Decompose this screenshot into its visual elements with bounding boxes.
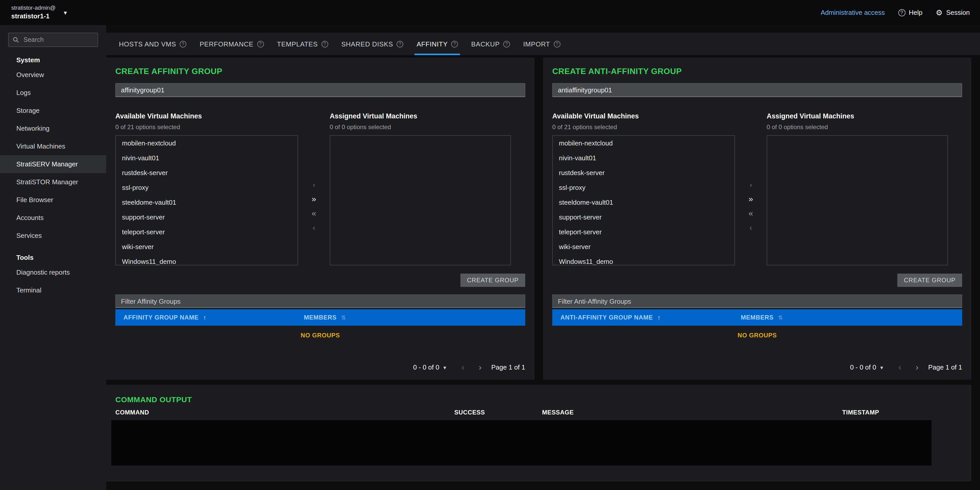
sidebar: System OverviewLogsStorageNetworkingVirt… — [0, 25, 106, 490]
tab-templates[interactable]: TEMPLATES — [270, 33, 334, 55]
info-icon[interactable] — [321, 41, 328, 47]
column-header-members[interactable]: MEMBERS — [741, 314, 783, 321]
tab-import[interactable]: IMPORT — [517, 33, 567, 55]
column-header-group-name[interactable]: AFFINITY GROUP NAME — [115, 314, 304, 321]
move-selected-left-button[interactable] — [313, 223, 315, 231]
tab-shared-disks[interactable]: SHARED DISKS — [334, 33, 410, 55]
angle-left-icon — [313, 224, 315, 231]
next-page-icon — [916, 364, 918, 372]
prev-page-button[interactable] — [898, 363, 901, 372]
sidebar-item[interactable]: Logs — [0, 84, 106, 102]
anti-affinity-group-name-input[interactable] — [552, 83, 962, 97]
move-all-left-button[interactable] — [312, 209, 316, 217]
sidebar-item[interactable]: Networking — [0, 119, 106, 137]
vm-option[interactable]: wiki-server — [116, 239, 298, 254]
tab-performance[interactable]: PERFORMANCE — [193, 33, 270, 55]
vm-option[interactable]: teleport-server — [553, 224, 735, 239]
help-menu[interactable]: Help — [898, 9, 923, 16]
info-icon[interactable] — [451, 41, 458, 47]
sidebar-item[interactable]: Diagnostic reports — [0, 263, 106, 281]
next-page-button[interactable] — [916, 363, 918, 372]
user-identity: stratistor-admin@ stratistor1-1 — [11, 4, 56, 21]
vm-option[interactable]: steeldome-vault01 — [116, 195, 298, 210]
vm-option[interactable]: steeldome-vault01 — [553, 195, 735, 210]
available-vms-count: 0 of 21 options selected — [552, 124, 735, 130]
sidebar-item[interactable]: Virtual Machines — [0, 137, 106, 155]
create-anti-affinity-group-button[interactable]: CREATE GROUP — [897, 274, 962, 287]
vm-option[interactable]: support-server — [116, 210, 298, 224]
search-input[interactable] — [22, 36, 94, 44]
vm-option[interactable]: wiki-server — [553, 239, 735, 254]
sort-ascending-icon — [203, 314, 207, 321]
tab-affinity[interactable]: AFFINITY — [410, 33, 465, 55]
vm-option[interactable]: nivin-vault01 — [553, 151, 735, 165]
filter-affinity-groups-input[interactable] — [115, 294, 525, 308]
sidebar-item[interactable]: Accounts — [0, 209, 106, 227]
affinity-group-name-input[interactable] — [115, 83, 525, 97]
info-icon[interactable] — [554, 41, 560, 47]
info-icon[interactable] — [180, 41, 186, 47]
vm-option[interactable]: nivin-vault01 — [116, 151, 298, 165]
prev-page-button[interactable] — [461, 363, 464, 372]
nav-section-system: System — [0, 56, 106, 64]
sidebar-item[interactable]: StratiSERV Manager — [0, 155, 106, 173]
column-header-group-name[interactable]: ANTI-AFFINITY GROUP NAME — [552, 314, 741, 321]
affinity-panel: CREATE AFFINITY GROUP Available Virtual … — [106, 58, 535, 380]
vm-option[interactable]: ssl-proxy — [553, 180, 735, 195]
assigned-vms-label: Assigned Virtual Machines — [767, 112, 948, 120]
filter-anti-affinity-groups-input[interactable] — [552, 294, 962, 308]
per-page-menu[interactable]: 0 - 0 of 0 — [850, 363, 883, 371]
info-icon[interactable] — [396, 41, 403, 47]
sidebar-item[interactable]: StratiSTOR Manager — [0, 173, 106, 191]
tab-backup[interactable]: BACKUP — [465, 33, 517, 55]
sidebar-item[interactable]: Storage — [0, 102, 106, 119]
sidebar-item[interactable]: File Browser — [0, 191, 106, 209]
sidebar-item[interactable]: Services — [0, 227, 106, 245]
sidebar-nav: System OverviewLogsStorageNetworkingVirt… — [0, 56, 106, 299]
command-output-log[interactable] — [111, 420, 932, 466]
move-selected-right-button[interactable] — [313, 181, 315, 189]
next-page-button[interactable] — [479, 363, 482, 372]
vm-option[interactable]: support-server — [553, 210, 735, 224]
available-vms-list[interactable]: mobilen-nextcloudnivin-vault01rustdesk-s… — [552, 135, 735, 266]
sidebar-item[interactable]: Terminal — [0, 281, 106, 299]
info-icon[interactable] — [257, 41, 264, 47]
no-groups-message: NO GROUPS — [552, 332, 962, 339]
create-group-button[interactable]: CREATE GROUP — [460, 274, 525, 287]
caret-down-icon — [64, 8, 67, 17]
vm-option[interactable]: Windows11_demo — [116, 254, 298, 266]
vm-option[interactable]: rustdesk-server — [553, 165, 735, 180]
sidebar-item[interactable]: Overview — [0, 66, 106, 84]
caret-down-icon — [443, 363, 446, 371]
vm-option[interactable]: mobilen-nextcloud — [553, 136, 735, 151]
administrative-access-link[interactable]: Administrative access — [821, 9, 885, 16]
vm-option[interactable]: Windows11_demo — [553, 254, 735, 266]
command-output-panel: COMMAND OUTPUT COMMAND SUCCESS MESSAGE T… — [106, 385, 971, 481]
assigned-vms-list[interactable] — [330, 135, 511, 266]
assigned-vms-list[interactable] — [767, 135, 948, 266]
sort-icon — [778, 314, 783, 321]
vm-option[interactable]: mobilen-nextcloud — [116, 136, 298, 151]
vm-option[interactable]: ssl-proxy — [116, 180, 298, 195]
move-selected-left-button[interactable] — [749, 223, 752, 231]
no-groups-message: NO GROUPS — [115, 332, 525, 339]
per-page-menu[interactable]: 0 - 0 of 0 — [413, 363, 446, 371]
move-all-left-button[interactable] — [749, 209, 753, 217]
column-header-timestamp: TIMESTAMP — [842, 409, 879, 416]
vm-option[interactable]: teleport-server — [116, 224, 298, 239]
caret-down-icon — [880, 363, 883, 371]
move-all-right-button[interactable] — [749, 195, 753, 203]
hostname: stratistor1-1 — [11, 12, 56, 21]
group-panels-row: CREATE AFFINITY GROUP Available Virtual … — [106, 58, 971, 380]
transfer-controls — [298, 142, 330, 270]
session-menu[interactable]: Session — [936, 8, 970, 17]
column-header-members[interactable]: MEMBERS — [304, 314, 346, 321]
available-vms-list[interactable]: mobilen-nextcloudnivin-vault01rustdesk-s… — [115, 135, 298, 266]
vm-option[interactable]: rustdesk-server — [116, 165, 298, 180]
move-selected-right-button[interactable] — [749, 181, 752, 189]
move-all-right-button[interactable] — [312, 195, 316, 203]
user-session-dropdown[interactable]: stratistor-admin@ stratistor1-1 — [11, 4, 67, 21]
info-icon[interactable] — [503, 41, 510, 47]
tab-hosts-and-vms[interactable]: HOSTS AND VMS — [112, 33, 193, 55]
assigned-vms-count: 0 of 0 options selected — [767, 124, 948, 130]
